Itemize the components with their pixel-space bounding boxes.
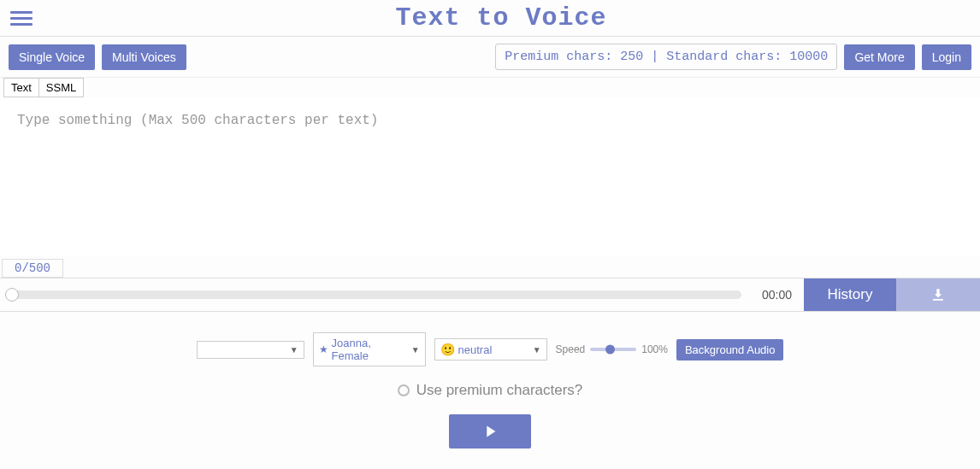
time-display: 00:00 — [750, 288, 804, 302]
voice-select[interactable]: ★ Joanna, Female ▼ — [313, 332, 426, 366]
get-more-button[interactable]: Get More — [844, 44, 914, 70]
premium-label: Use premium characters? — [416, 382, 583, 399]
single-voice-button[interactable]: Single Voice — [9, 44, 95, 70]
text-input[interactable] — [0, 97, 980, 255]
history-button[interactable]: History — [804, 278, 896, 311]
speed-value: 100% — [641, 343, 668, 355]
background-audio-button[interactable]: Background Audio — [676, 339, 784, 361]
tab-text[interactable]: Text — [3, 78, 38, 97]
emotion-value: neutral — [458, 343, 493, 356]
download-icon — [930, 286, 947, 303]
tab-ssml[interactable]: SSML — [38, 78, 84, 97]
menu-icon[interactable] — [10, 8, 32, 29]
multi-voices-button[interactable]: Multi Voices — [102, 44, 186, 70]
emotion-select[interactable]: 🙂 neutral ▼ — [434, 338, 547, 361]
download-button[interactable] — [896, 278, 980, 311]
premium-radio[interactable] — [398, 384, 410, 396]
seek-slider[interactable] — [0, 290, 750, 299]
page-title: Text to Voice — [32, 3, 970, 32]
play-button[interactable] — [449, 414, 531, 448]
smile-icon: 🙂 — [440, 343, 455, 356]
language-select[interactable]: ▼ — [197, 341, 304, 359]
login-button[interactable]: Login — [922, 44, 971, 70]
char-counter: 0/500 — [2, 259, 63, 278]
char-counter-box: Premium chars: 250 | Standard chars: 100… — [495, 44, 837, 70]
speed-slider[interactable] — [590, 348, 636, 351]
star-icon: ★ — [319, 343, 328, 355]
voice-value: Joanna, Female — [332, 337, 408, 362]
chevron-down-icon: ▼ — [411, 345, 420, 355]
chevron-down-icon: ▼ — [533, 345, 541, 355]
chevron-down-icon: ▼ — [290, 345, 298, 355]
play-icon — [481, 422, 499, 441]
speed-label: Speed — [556, 343, 586, 355]
